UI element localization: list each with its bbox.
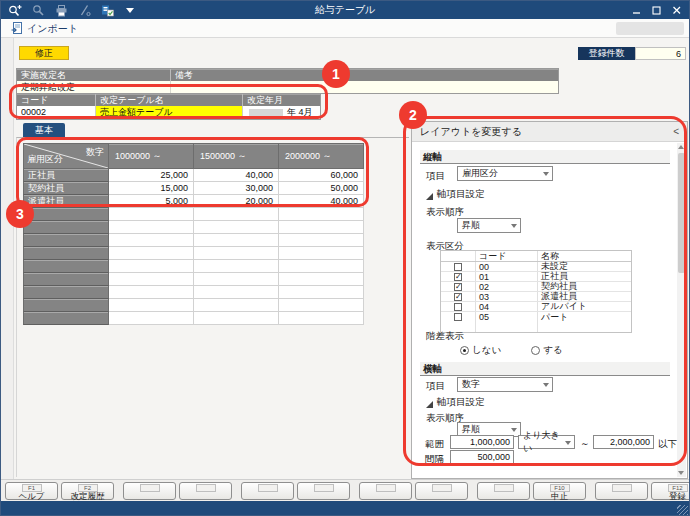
range-to-input[interactable]: 2,000,000 [593, 435, 654, 449]
grid-cell[interactable]: 5,000 [109, 195, 194, 208]
grid-cell[interactable] [109, 312, 194, 325]
grid-cell[interactable] [109, 286, 194, 299]
grid-cell[interactable] [279, 208, 364, 221]
v-order-combobox[interactable]: 昇順 [457, 218, 521, 233]
grid-cell[interactable]: 40,000 [194, 169, 279, 182]
print-icon[interactable] [54, 3, 68, 17]
grid-cell[interactable] [194, 221, 279, 234]
grid-cell[interactable] [279, 286, 364, 299]
function-key-button[interactable] [297, 482, 350, 500]
grid-empty-row [23, 286, 364, 299]
category-col-code: コード [475, 251, 537, 261]
close-button[interactable] [668, 3, 685, 17]
panel-scrollbar[interactable] [677, 143, 686, 477]
grid-cell[interactable] [109, 221, 194, 234]
category-checkbox[interactable] [454, 283, 462, 291]
function-key-button[interactable]: F1 ヘルプ [5, 482, 58, 500]
grid-cell[interactable] [279, 247, 364, 260]
modify-button[interactable]: 修正 [19, 46, 69, 60]
grid-cell[interactable] [279, 260, 364, 273]
function-key-button[interactable] [595, 482, 648, 500]
function-key-id [612, 484, 632, 492]
radio-icon[interactable] [460, 346, 469, 355]
resize-grip[interactable] [677, 505, 688, 516]
grid-cell[interactable] [279, 221, 364, 234]
category-row[interactable]: 00 未設定 [441, 262, 631, 272]
toolbar-dropdown-icon[interactable] [123, 3, 137, 17]
diff-option[interactable]: しない [460, 344, 501, 357]
category-checkbox[interactable] [454, 273, 462, 281]
pen-icon[interactable] [77, 3, 91, 17]
grid-cell[interactable] [109, 260, 194, 273]
function-key-button[interactable] [241, 482, 294, 500]
grid-cell[interactable] [109, 247, 194, 260]
grid-cell[interactable] [194, 260, 279, 273]
table-name-cell[interactable]: 売上金額テーブル [95, 106, 242, 119]
scroll-up-icon[interactable] [678, 145, 684, 149]
grid-cell[interactable] [194, 247, 279, 260]
grid-cell[interactable]: 50,000 [279, 182, 364, 195]
function-key-button[interactable] [359, 482, 412, 500]
grid-cell[interactable] [194, 208, 279, 221]
grid-cell[interactable] [279, 299, 364, 312]
category-checkbox[interactable] [454, 293, 462, 301]
range-from-input[interactable]: 1,000,000 [450, 435, 514, 449]
grid-cell[interactable] [109, 208, 194, 221]
category-row[interactable]: 05 パート [441, 312, 631, 322]
grid-cell[interactable] [194, 286, 279, 299]
maximize-button[interactable] [648, 3, 665, 17]
grid-cell[interactable] [109, 299, 194, 312]
diff-option[interactable]: する [531, 344, 562, 357]
import-label: インポート [27, 22, 78, 36]
grid-cell[interactable] [194, 312, 279, 325]
function-key-button[interactable] [179, 482, 232, 500]
grid-cell[interactable] [194, 273, 279, 286]
grid-cell[interactable] [194, 234, 279, 247]
grid-cell[interactable]: 60,000 [279, 169, 364, 182]
minimize-button[interactable] [628, 3, 645, 17]
function-key-button[interactable]: F10 中止 [533, 482, 586, 500]
excel-link-icon[interactable] [100, 3, 114, 17]
tab-basic[interactable]: 基本 [23, 123, 65, 138]
grid-cell[interactable] [194, 299, 279, 312]
grid-cell[interactable]: 15,000 [109, 182, 194, 195]
function-key-button[interactable]: F2 改定履歴 [61, 482, 114, 500]
category-row[interactable]: 04 アルバイト [441, 302, 631, 312]
function-key-button[interactable] [415, 482, 468, 500]
radio-icon[interactable] [531, 346, 540, 355]
note-cell[interactable] [170, 81, 558, 93]
h-axis-settings-expander[interactable]: 軸項目設定 [426, 396, 485, 409]
search-icon[interactable] [31, 3, 45, 17]
grid-cell[interactable] [279, 312, 364, 325]
revision-date-cell[interactable]: 年 4月 [242, 106, 320, 119]
grid-cell[interactable]: 25,000 [109, 169, 194, 182]
code-cell[interactable]: 00002 [17, 106, 95, 119]
scroll-thumb[interactable] [678, 153, 685, 273]
grid-cell[interactable] [109, 273, 194, 286]
category-checkbox[interactable] [454, 263, 462, 271]
grid-cell[interactable] [279, 273, 364, 286]
v-axis-settings-expander[interactable]: 軸項目設定 [426, 188, 485, 201]
scroll-down-icon[interactable] [678, 471, 684, 475]
function-key-button[interactable] [477, 482, 530, 500]
import-button[interactable]: インポート [7, 21, 82, 37]
category-checkbox[interactable] [454, 303, 462, 311]
category-row[interactable]: 03 派遣社員 [441, 292, 631, 302]
category-checkbox[interactable] [454, 313, 462, 321]
grid-cell[interactable] [279, 234, 364, 247]
grid-cell[interactable]: 30,000 [194, 182, 279, 195]
grid-cell[interactable]: 20,000 [194, 195, 279, 208]
grid-cell[interactable]: 40,000 [279, 195, 364, 208]
revision-name-cell[interactable]: 定期昇給改定 [17, 81, 170, 93]
grid-cell[interactable] [109, 234, 194, 247]
panel-collapse-button[interactable]: < [673, 126, 679, 137]
v-item-combobox[interactable]: 雇用区分 [457, 166, 553, 181]
interval-input[interactable]: 500,000 [450, 450, 514, 464]
function-key-button[interactable]: F12 登録 [651, 482, 690, 500]
category-row[interactable]: 01 正社員 [441, 272, 631, 282]
range-operator-combobox[interactable]: より大きい [518, 435, 575, 449]
h-item-combobox[interactable]: 数字 [457, 377, 553, 392]
zoom-in-icon[interactable] [8, 3, 22, 17]
function-key-button[interactable] [123, 482, 176, 500]
category-row[interactable]: 02 契約社員 [441, 282, 631, 292]
